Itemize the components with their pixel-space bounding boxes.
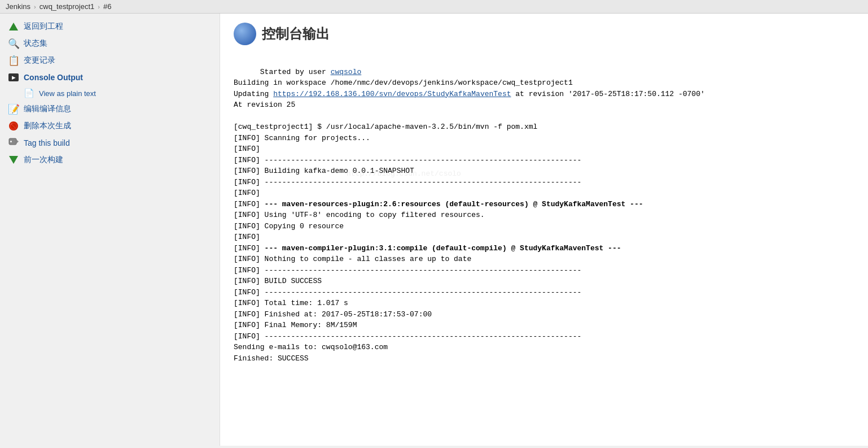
sidebar-label-console: Console Output: [24, 73, 83, 82]
page-title-area: 控制台输出: [234, 23, 854, 45]
sidebar-item-edit-compile-info[interactable]: 📝 编辑编译信息: [0, 101, 220, 118]
sidebar-label-status: 状态集: [24, 38, 47, 49]
console-svn-link[interactable]: https://192.168.136.100/svn/devops/Study…: [273, 90, 511, 98]
sidebar-label-tag: Tag this build: [24, 138, 70, 147]
down-arrow-icon: [8, 154, 19, 166]
sidebar-label-delete: 删除本次生成: [24, 121, 71, 131]
console-maven-resources: --- maven-resources-plugin:2.6:resources…: [265, 200, 643, 208]
page-title: 控制台输出: [262, 25, 330, 43]
breadcrumb: Jenkins › cwq_testproject1 › #6: [0, 0, 868, 14]
console-maven-compiler: --- maven-compiler-plugin:3.1:compile (d…: [265, 244, 621, 253]
console-user-link[interactable]: cwqsolo: [331, 68, 362, 76]
svg-marker-1: [16, 140, 19, 143]
sidebar-label-edit: 编辑编译信息: [24, 104, 71, 114]
breadcrumb-jenkins[interactable]: Jenkins: [6, 2, 30, 11]
sidebar-label-changelog: 变更记录: [24, 55, 55, 66]
tag-icon: [8, 137, 19, 149]
breadcrumb-sep-1: ›: [34, 3, 36, 10]
sidebar-label-plain-text: View as plain text: [39, 89, 96, 98]
search-icon: 🔍: [8, 38, 19, 49]
sidebar-label-prev: 前一次构建: [24, 155, 63, 165]
delete-icon: 🚫: [8, 120, 19, 132]
console-icon: [8, 72, 19, 83]
breadcrumb-sep-2: ›: [98, 3, 100, 10]
svg-point-2: [10, 141, 12, 142]
sidebar-label-back: 返回到工程: [24, 21, 63, 32]
sidebar-item-console-output[interactable]: Console Output: [0, 69, 220, 86]
edit-icon: 📝: [8, 103, 19, 115]
console-line-started-by: Started by user: [260, 68, 331, 76]
paper-icon: 📋: [8, 55, 19, 66]
main-content: 控制台输出 Started by user cwqsolo Building i…: [220, 14, 868, 446]
doc-icon: 📄: [24, 88, 34, 98]
sidebar-item-change-log[interactable]: 📋 变更记录: [0, 52, 220, 69]
sidebar-item-delete-build[interactable]: 🚫 删除本次生成: [0, 118, 220, 134]
sidebar-item-prev-build[interactable]: 前一次构建: [0, 151, 220, 168]
page-title-icon: [234, 23, 256, 45]
sidebar-item-tag-build[interactable]: Tag this build: [0, 134, 220, 151]
breadcrumb-build[interactable]: #6: [103, 2, 111, 11]
console-nothing-compile: [INFO] Nothing to compile - all classes …: [234, 255, 581, 363]
up-arrow-icon: [8, 21, 19, 32]
sidebar: 返回到工程 🔍 状态集 📋 变更记录 Console Output 📄 View…: [0, 14, 220, 446]
svg-rect-0: [9, 138, 16, 145]
sidebar-item-back-to-project[interactable]: 返回到工程: [0, 18, 220, 35]
console-line-revision-info: at revision '2017-05-25T18:17:50.112 -07…: [234, 90, 705, 208]
sidebar-item-status-set[interactable]: 🔍 状态集: [0, 35, 220, 52]
breadcrumb-project[interactable]: cwq_testproject1: [40, 2, 95, 11]
main-layout: 返回到工程 🔍 状态集 📋 变更记录 Console Output 📄 View…: [0, 14, 868, 446]
console-output-area: Started by user cwqsolo Building in work…: [234, 55, 854, 397]
sidebar-item-view-plain-text[interactable]: 📄 View as plain text: [0, 86, 220, 101]
